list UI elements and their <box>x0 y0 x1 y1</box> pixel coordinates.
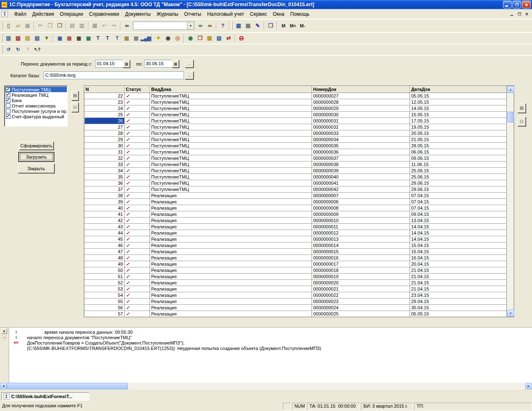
memory-icon[interactable]: M <box>279 21 288 30</box>
table-row[interactable]: 54 ✓ Реализация 0000000022 23.04.15 <box>84 292 507 298</box>
doc-type-item[interactable]: Поступление ТМЦ <box>5 87 67 92</box>
iterate-back-icon[interactable]: ↺ <box>4 45 13 54</box>
doc-type-item[interactable]: Банк <box>5 98 67 103</box>
toolbar-grip[interactable] <box>1 45 2 54</box>
minimize-button[interactable] <box>503 1 512 8</box>
menu-item[interactable]: Операции <box>57 10 86 18</box>
filter-icon[interactable]: ▼ <box>42 34 51 43</box>
period-to-calendar-button[interactable]: ▦ <box>172 60 179 68</box>
table-row[interactable]: 43 ✓ Реализация 0000000011 14.04.15 <box>84 224 507 230</box>
table-row[interactable]: 32 ✓ ПоступлениеТМЦ 0000000037 09.06.15 <box>84 155 507 161</box>
redo-icon[interactable]: ↪ <box>109 21 119 30</box>
scroll-right-icon[interactable]: ▶ <box>525 383 532 389</box>
checkerboard-report-icon[interactable]: ▩ <box>74 34 83 43</box>
formula-icon[interactable]: ✎ <box>253 21 262 30</box>
search-input[interactable] <box>133 22 187 29</box>
menu-item[interactable]: Отчеты <box>181 10 204 18</box>
doc-type-item[interactable]: Отчет комиссионера <box>5 103 67 108</box>
text-report-2-icon[interactable]: T <box>103 34 112 43</box>
toolbar-grip[interactable] <box>1 22 2 30</box>
checkbox-icon[interactable] <box>6 93 10 97</box>
text-report-1-icon[interactable]: T <box>93 34 103 43</box>
transfer-arrows-icon[interactable]: ⇄ <box>224 34 233 43</box>
text-report-3-icon[interactable]: T <box>112 34 122 43</box>
chevron-down-icon[interactable]: ▾ <box>187 22 194 29</box>
signpost-icon[interactable]: ✦ <box>154 34 163 43</box>
stop-icon[interactable]: ⊖ <box>237 34 246 43</box>
description-book-icon[interactable]: ❒ <box>266 21 275 30</box>
scrollbar-thumb[interactable] <box>7 383 128 389</box>
catalog-browse-button[interactable]: ... <box>185 71 194 79</box>
bar-chart-icon[interactable]: ▂▄▆ <box>141 34 150 43</box>
table-row[interactable]: 48 ✓ Реализация 0000000016 16.04.15 <box>84 255 507 261</box>
table-row[interactable]: 23 ✓ ПоступлениеТМЦ 0000000028 12.05.15 <box>84 99 507 105</box>
doc-type-item[interactable]: Реализация ТМЦ <box>5 92 67 98</box>
table-row[interactable]: 47 ✓ Реализация 0000000015 15.04.15 <box>84 249 507 255</box>
unmark-rows-button[interactable]: ⊟ <box>517 117 526 126</box>
posted-doc-icon[interactable]: ▤ <box>64 34 74 43</box>
table-row[interactable]: 35 ✓ ПоступлениеТМЦ 0000000040 25.06.15 <box>84 174 507 180</box>
table-row[interactable]: 34 ✓ ПоступлениеТМЦ 0000000039 25.06.15 <box>84 168 507 174</box>
menu-item[interactable]: Сервис <box>247 10 270 18</box>
memory-plus-icon[interactable]: M+ <box>288 21 298 30</box>
table-row[interactable]: 36 ✓ ПоступлениеТМЦ 0000000041 29.06.15 <box>84 180 507 186</box>
table-row[interactable]: 44 ✓ Реализация 0000000012 14.04.15 <box>84 230 507 236</box>
calculator-icon[interactable]: ▦ <box>234 21 243 30</box>
documents-journal-icon[interactable]: ▨ <box>32 34 42 43</box>
doc-type-item[interactable]: Поступление (услуги и пр.) <box>5 108 67 114</box>
log-collapse-button[interactable]: ◂ <box>1 335 7 340</box>
scroll-up-icon[interactable]: ▲ <box>507 86 514 93</box>
checkbox-icon[interactable] <box>6 114 10 119</box>
print-preview-icon[interactable]: ▥ <box>77 21 87 30</box>
table-row[interactable]: 24 ✓ ПоступлениеТМЦ 0000000029 14.05.15 <box>84 105 507 112</box>
globe-icon[interactable]: ◉ <box>186 34 195 43</box>
table-row[interactable]: 56 ✓ Реализация 0000000024 30.04.15 <box>84 305 507 311</box>
table-row[interactable]: 50 ✓ Реализация 0000000018 21.04.15 <box>84 267 507 274</box>
open-folder-icon[interactable]: ▱ <box>13 21 23 30</box>
cd-icon[interactable]: ◎ <box>173 34 182 43</box>
log-close-button[interactable]: × <box>1 328 7 334</box>
unmark-all-button[interactable]: ⊟ <box>71 103 78 112</box>
calendar-calculator-icon[interactable]: ▦ <box>243 21 253 30</box>
context-help-icon[interactable]: ↖? <box>32 45 42 54</box>
save-icon[interactable]: ▣ <box>23 21 32 30</box>
checkbox-icon[interactable] <box>6 87 10 92</box>
menu-item[interactable]: Налоговый учет <box>204 10 247 18</box>
table-row[interactable]: 49 ✓ Реализация 0000000017 20.04.15 <box>84 261 507 267</box>
window-task-button[interactable]: Σ C:\555\mk-buh\ExtForms\T... <box>1 392 89 401</box>
close-form-button[interactable]: Закрыть <box>18 164 54 173</box>
child-restore-button[interactable] <box>516 11 523 17</box>
table-row[interactable]: 42 ✓ Реализация 0000000010 13.04.15 <box>84 218 507 224</box>
menu-item[interactable]: Журналы <box>154 10 181 18</box>
period-browse-button[interactable]: ... <box>185 60 194 68</box>
table-row[interactable]: 28 ✓ ПоступлениеТМЦ 0000000033 20.05.15 <box>84 130 507 137</box>
period-to-input[interactable]: 30.06.15 <box>144 60 172 68</box>
video-icon[interactable]: ◉ <box>163 34 173 43</box>
catalog-input[interactable]: C:\555\mk-torg <box>44 71 184 79</box>
paste-icon[interactable]: ❒ <box>55 21 64 30</box>
toolbar-grip[interactable] <box>231 22 233 30</box>
chart-of-accounts-icon[interactable]: ▥ <box>4 34 13 43</box>
menu-item[interactable]: Файл <box>11 10 29 18</box>
table-row[interactable]: 26 ✓ ПоступлениеТМЦ 0000000031 17.05.15 <box>84 118 507 124</box>
menu-item[interactable]: Справочники <box>86 10 122 18</box>
generate-button[interactable]: Сформировать <box>19 142 54 150</box>
help-icon[interactable]: ? <box>218 21 228 30</box>
cut-icon[interactable]: ✂ <box>36 21 45 30</box>
toolbar-grip[interactable] <box>1 34 2 42</box>
table-row[interactable]: 31 ✓ ПоступлениеТМЦ 0000000036 06.06.15 <box>84 149 507 155</box>
doc-type-item[interactable]: Счет-фактура выданный <box>5 114 67 119</box>
operations-journal-icon[interactable]: ▤ <box>23 34 32 43</box>
new-document-icon[interactable]: ▯ <box>4 21 13 30</box>
find-next-icon[interactable]: ∞ <box>196 21 205 30</box>
find-icon[interactable]: ∞ <box>122 21 132 30</box>
chart-export-icon[interactable]: ▧ <box>214 34 224 43</box>
table-row[interactable]: 45 ✓ Реализация 0000000013 14.04.15 <box>84 236 507 242</box>
format-icon[interactable]: ▦ <box>90 21 100 30</box>
table-row[interactable]: 22 ✓ ПоступлениеТМЦ 0000000027 05.05.15 <box>84 93 507 99</box>
mark-rows-button[interactable]: ⊟ <box>517 103 526 113</box>
find-prev-icon[interactable]: ∞ <box>205 21 215 30</box>
mark-all-button[interactable]: ⊟ <box>71 91 78 100</box>
undo-icon[interactable]: ↩ <box>100 21 109 30</box>
menu-item[interactable]: Помощь <box>287 10 312 18</box>
